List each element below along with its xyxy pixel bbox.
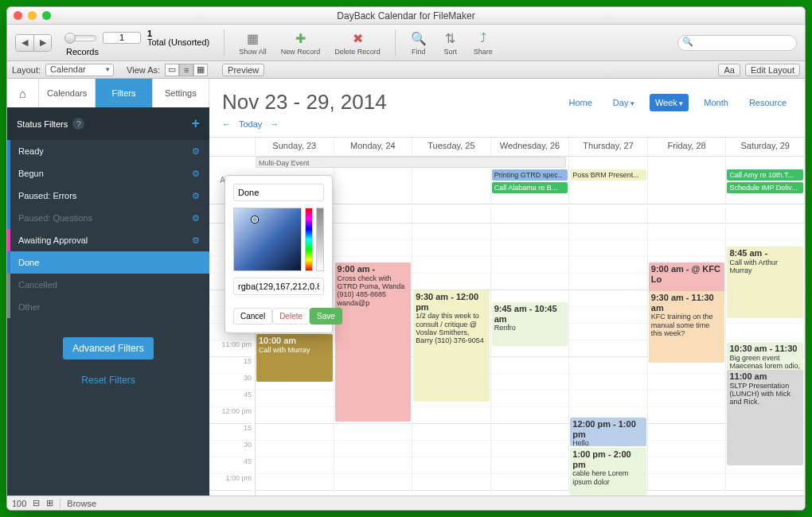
- add-filter-button[interactable]: +: [191, 115, 200, 132]
- day-column[interactable]: 9:00 am - @ KFC Lo9:30 am - 11:30 amKFC …: [648, 207, 727, 493]
- day-column[interactable]: 9:45 am - 10:45 amRenfro: [491, 207, 570, 493]
- allday-cell[interactable]: Printing GTRD spec..Call Alabama re B...: [491, 157, 570, 204]
- home-tab[interactable]: ⌂: [7, 79, 39, 107]
- prev-record-button[interactable]: ◀: [16, 35, 33, 51]
- advanced-filters-button[interactable]: Advanced Filters: [63, 337, 153, 360]
- help-icon[interactable]: ?: [72, 118, 84, 130]
- filter-item[interactable]: Awaiting Approval⚙: [7, 229, 209, 251]
- filter-item[interactable]: Begun⚙: [7, 162, 209, 185]
- view-as-toggle[interactable]: ▭ ≡ ▦: [165, 64, 208, 76]
- allday-cell[interactable]: Poss BRM Present...: [569, 157, 648, 204]
- calendar-event[interactable]: 9:30 am - 12:00 pm1/2 day this week to c…: [413, 290, 490, 402]
- filter-item[interactable]: Ready⚙: [7, 140, 209, 162]
- zoom-level[interactable]: 100: [12, 499, 26, 508]
- reset-filters-button[interactable]: Reset Filters: [76, 374, 139, 387]
- record-slider[interactable]: [66, 35, 96, 41]
- tab-filters[interactable]: Filters: [96, 79, 152, 107]
- calendar-event[interactable]: 11:00 amSLTP Presentation (LUNCH) with M…: [727, 370, 803, 465]
- calendar-event[interactable]: 8:45 am -Call with Arthur Murray: [727, 247, 803, 318]
- delete-button[interactable]: Delete: [272, 308, 310, 325]
- gear-icon[interactable]: ⚙: [192, 146, 200, 157]
- share-button[interactable]: ⤴Share: [474, 29, 493, 56]
- color-editor-popover: Cancel Delete Save: [224, 175, 333, 333]
- calendar-event[interactable]: 10:00 amCall with Murray: [256, 334, 333, 382]
- gear-icon[interactable]: ⚙: [192, 191, 200, 201]
- allday-event[interactable]: Printing GTRD spec..: [492, 169, 568, 181]
- filter-item[interactable]: Done⚙: [7, 251, 209, 274]
- next-period-button[interactable]: →: [270, 119, 279, 129]
- table-view-icon[interactable]: ▦: [193, 64, 208, 76]
- day-header: Wednesday, 26: [491, 138, 570, 157]
- quick-search[interactable]: [677, 35, 797, 51]
- edit-layout-button[interactable]: Edit Layout: [745, 64, 800, 76]
- gear-icon[interactable]: ⚙: [192, 258, 200, 268]
- day-column[interactable]: 9:00 am -Cross check with GTRD Poma, Wan…: [334, 207, 413, 493]
- allday-event[interactable]: Call Alabama re B...: [492, 182, 568, 193]
- view-day[interactable]: Day: [607, 94, 640, 111]
- filter-name-input[interactable]: [233, 184, 324, 201]
- filter-item[interactable]: Paused: Errors⚙: [7, 185, 209, 207]
- calendar-event[interactable]: 12:00 pm - 1:00 pmHello: [570, 418, 646, 446]
- layout-bar: Layout: Calendar View As: ▭ ≡ ▦ Preview …: [7, 61, 805, 79]
- sort-button[interactable]: ⇅Sort: [442, 29, 459, 56]
- saturation-picker[interactable]: [233, 208, 302, 271]
- calendar-event[interactable]: 9:45 am - 10:45 amRenfro: [492, 302, 568, 346]
- day-column[interactable]: 9:30 am - 12:00 pm1/2 day this week to c…: [412, 207, 491, 493]
- filter-label: Begun: [18, 169, 44, 178]
- allday-cell[interactable]: [334, 157, 413, 204]
- delete-record-button[interactable]: ✖Delete Record: [334, 29, 381, 56]
- view-week[interactable]: Week: [650, 94, 689, 111]
- view-month[interactable]: Month: [698, 94, 734, 111]
- view-resource[interactable]: Resource: [744, 94, 792, 111]
- zoom-out-icon[interactable]: ⊟: [33, 498, 40, 508]
- today-button[interactable]: Today: [239, 119, 262, 129]
- view-home[interactable]: Home: [563, 94, 597, 111]
- time-label: 30: [209, 441, 252, 457]
- time-label: 15: [209, 424, 252, 441]
- prev-period-button[interactable]: ←: [222, 119, 231, 129]
- list-view-icon[interactable]: ≡: [179, 64, 193, 76]
- time-label: 45: [209, 391, 252, 407]
- allday-event[interactable]: Call Amy re 10th.T...: [727, 169, 803, 181]
- tab-calendars[interactable]: Calendars: [39, 79, 96, 107]
- allday-cell[interactable]: Call Amy re 10th.T...Schedule IMP Deliv.…: [726, 157, 805, 204]
- allday-cell[interactable]: [648, 157, 727, 204]
- day-column[interactable]: 8:45 am -Call with Arthur Murray10:30 am…: [726, 207, 805, 493]
- calendar-event[interactable]: 9:30 am - 11:30 amKFC training on the ma…: [649, 291, 725, 363]
- save-button[interactable]: Save: [310, 308, 342, 325]
- filter-item[interactable]: Cancelled: [7, 274, 209, 296]
- calendar-event[interactable]: 9:00 am -Cross check with GTRD Poma, Wan…: [335, 262, 412, 422]
- allday-event[interactable]: Poss BRM Present...: [570, 169, 646, 181]
- hue-slider[interactable]: [305, 208, 313, 271]
- filter-item[interactable]: Paused: Questions⚙: [7, 207, 209, 229]
- show-all-button[interactable]: ▦Show All: [239, 29, 267, 56]
- form-view-icon[interactable]: ▭: [165, 64, 179, 76]
- allday-event[interactable]: Schedule IMP Deliv...: [727, 182, 803, 193]
- time-label: 45: [209, 457, 252, 474]
- day-column[interactable]: 12:00 pm - 1:00 pmHello1:00 pm - 2:00 pm…: [569, 207, 648, 493]
- filter-label: Other: [18, 302, 41, 312]
- tab-settings[interactable]: Settings: [153, 79, 209, 107]
- preview-button[interactable]: Preview: [222, 64, 264, 76]
- time-label: 12:00 pm: [209, 407, 252, 424]
- find-button[interactable]: 🔍Find: [410, 29, 427, 56]
- calendar-event[interactable]: 1:00 pm - 2:00 pmcable here Lorem ipsum …: [570, 448, 646, 496]
- gear-icon[interactable]: ⚙: [192, 235, 200, 246]
- filter-item[interactable]: Other: [7, 296, 209, 318]
- alpha-slider[interactable]: [316, 208, 324, 271]
- cancel-button[interactable]: Cancel: [233, 308, 272, 325]
- gear-icon[interactable]: ⚙: [192, 213, 200, 224]
- window-title: DayBack Calendar for FileMaker: [7, 10, 805, 21]
- view-as-label: View As:: [127, 65, 160, 75]
- zoom-in-icon[interactable]: ⊞: [46, 498, 53, 508]
- rgba-input[interactable]: [233, 278, 324, 295]
- next-record-button[interactable]: ▶: [33, 35, 51, 51]
- record-number-field[interactable]: 1: [103, 32, 141, 44]
- time-label: 1:00 pm: [209, 474, 252, 491]
- gear-icon[interactable]: ⚙: [192, 169, 200, 179]
- aa-button[interactable]: Aa: [718, 64, 740, 76]
- allday-cell[interactable]: [412, 157, 491, 204]
- layout-dropdown[interactable]: Calendar: [45, 64, 114, 76]
- filemaker-toolbar: ◀ ▶ 1 1 Total (Unsorted) Records ▦Show A…: [7, 25, 805, 61]
- new-record-button[interactable]: ✚New Record: [281, 29, 321, 56]
